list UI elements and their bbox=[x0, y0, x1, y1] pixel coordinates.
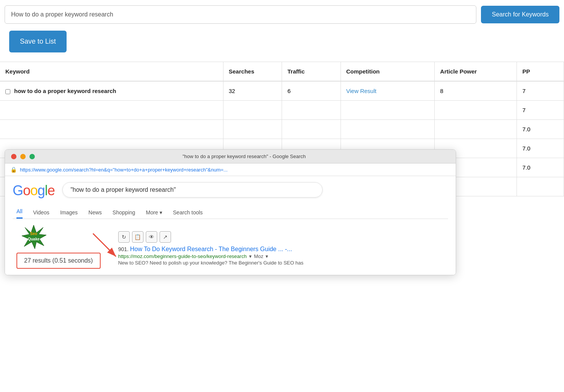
searches-cell bbox=[223, 120, 282, 139]
col-searches: Searches bbox=[223, 62, 282, 81]
pp-cell bbox=[517, 177, 564, 196]
google-logo: Google bbox=[13, 183, 55, 196]
competition-cell bbox=[341, 120, 435, 139]
traffic-cell bbox=[282, 120, 341, 139]
col-competition: Competition bbox=[341, 62, 435, 81]
browser-overlay: "how to do a proper keyword research" - … bbox=[5, 149, 456, 196]
competition-cell: View Result bbox=[341, 81, 435, 101]
col-keyword: Keyword bbox=[0, 62, 223, 81]
col-article-power: Article Power bbox=[435, 62, 517, 81]
view-result-link[interactable]: View Result bbox=[346, 88, 377, 94]
table-row: 7.0 bbox=[0, 120, 564, 139]
browser-title: "how to do a proper keyword research" - … bbox=[39, 154, 450, 159]
table-row: how to do a proper keyword research 32 6… bbox=[0, 81, 564, 101]
pp-cell: 7 bbox=[517, 81, 564, 101]
search-input[interactable] bbox=[5, 5, 476, 24]
article-power-cell bbox=[435, 101, 517, 120]
google-searchbar[interactable]: "how to do a proper keyword research" bbox=[62, 182, 323, 196]
browser-content: Google "how to do a proper keyword resea… bbox=[5, 176, 456, 196]
window-close-btn[interactable] bbox=[11, 154, 16, 159]
lock-icon: 🔒 bbox=[10, 167, 17, 173]
window-maximize-btn[interactable] bbox=[29, 154, 35, 159]
keyword-cell bbox=[0, 101, 223, 120]
search-keywords-button[interactable]: Search for Keywords bbox=[481, 6, 559, 23]
keyword-cell: how to do a proper keyword research bbox=[0, 81, 223, 101]
searches-cell: 32 bbox=[223, 81, 282, 101]
window-minimize-btn[interactable] bbox=[20, 154, 26, 159]
top-bar: Search for Keywords bbox=[0, 0, 564, 29]
keyword-text: how to do a proper keyword research bbox=[14, 88, 116, 94]
competition-cell bbox=[341, 101, 435, 120]
row-checkbox[interactable] bbox=[5, 89, 10, 94]
table-row: 7 bbox=[0, 101, 564, 120]
address-text: https://www.google.com/search?hl=en&q="h… bbox=[20, 167, 228, 173]
traffic-cell: 6 bbox=[282, 81, 341, 101]
col-pp: PP bbox=[517, 62, 564, 81]
browser-addressbar: 🔒 https://www.google.com/search?hl=en&q=… bbox=[5, 163, 456, 176]
article-power-cell: 8 bbox=[435, 81, 517, 101]
table-header-row: Keyword Searches Traffic Competition Art… bbox=[0, 62, 564, 81]
save-to-list-button[interactable]: Save to List bbox=[9, 31, 67, 52]
traffic-cell bbox=[282, 101, 341, 120]
article-power-cell bbox=[435, 120, 517, 139]
keyword-cell bbox=[0, 120, 223, 139]
pp-cell: 7 bbox=[517, 101, 564, 120]
browser-titlebar: "how to do a proper keyword research" - … bbox=[5, 150, 456, 163]
pp-cell: 7.0 bbox=[517, 120, 564, 139]
pp-cell: 7.0 bbox=[517, 158, 564, 177]
pp-cell: 7.0 bbox=[517, 139, 564, 158]
searches-cell bbox=[223, 101, 282, 120]
col-traffic: Traffic bbox=[282, 62, 341, 81]
